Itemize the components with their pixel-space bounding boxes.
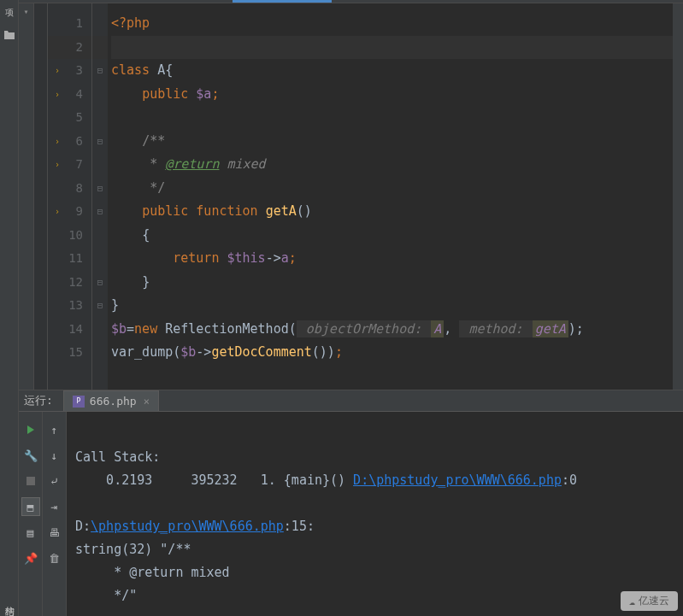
project-icon[interactable]: 项 (2, 5, 17, 21)
line-number: 7 (48, 153, 91, 177)
line-number: 11 (48, 247, 91, 271)
run-body: 🔧 ⬒ ▤ 📌 ↑ ↓ ⤶ ⇥ 🖶 🗑 Call Stack: 0.2193 3… (19, 412, 683, 616)
wrench-icon[interactable]: 🔧 (21, 446, 40, 465)
pin-icon[interactable]: 📌 (21, 549, 40, 567)
run-tab-name: 666.php (90, 395, 137, 408)
chevron-down-icon: ▾ (23, 7, 28, 16)
line-number: 8 (48, 177, 91, 201)
line-number: 5 (48, 106, 91, 130)
line-number: 6 (48, 130, 91, 154)
active-tab-indicator (233, 0, 332, 3)
run-panel: 运行: P 666.php × 🔧 ⬒ ▤ 📌 ↑ ↓ ⤶ ⇥ 🖶 (19, 390, 683, 616)
main-area: ▾ › › › › › 1 2 3 4 5 6 7 8 9 (19, 0, 683, 616)
svg-rect-0 (26, 477, 35, 485)
print-icon[interactable]: 🖶 (45, 523, 64, 542)
run-header: 运行: P 666.php × (19, 390, 683, 412)
line-number: 3 (48, 59, 91, 83)
stop-button[interactable] (21, 472, 40, 490)
down-arrow-icon[interactable]: ↓ (45, 446, 64, 465)
scroll-to-end-icon[interactable]: ⇥ (45, 497, 64, 516)
line-number-gutter: 1 2 3 4 5 6 7 8 9 10 11 12 13 14 15 (48, 3, 92, 390)
soft-wrap-icon[interactable]: ⤶ (45, 472, 64, 490)
project-collapse-button[interactable]: ▾ (19, 3, 34, 390)
watermark-text: 亿速云 (639, 594, 669, 608)
editor[interactable]: ▾ › › › › › 1 2 3 4 5 6 7 8 9 (19, 3, 683, 390)
watermark: ☁ 亿速云 (621, 591, 678, 611)
left-tool-sidebar: 项 结构 (0, 0, 19, 616)
close-icon[interactable]: × (144, 396, 150, 408)
line-number: 14 (48, 318, 91, 342)
file-link[interactable]: D:\phpstudy_pro\WWW\666.php (353, 472, 562, 488)
console-output[interactable]: Call Stack: 0.2193 395232 1. {main}() D:… (67, 412, 683, 616)
code-area[interactable]: <?php class A{ public $a; /** * @return … (108, 3, 673, 390)
run-tab[interactable]: P 666.php × (63, 390, 159, 411)
line-number: 10 (48, 224, 91, 248)
line-number: 12 (48, 271, 91, 295)
cloud-icon: ☁ (629, 595, 635, 607)
layout-icon[interactable]: ▤ (21, 523, 40, 542)
php-file-icon: P (73, 396, 85, 408)
run-button[interactable] (21, 420, 40, 439)
line-number: 4 (48, 83, 91, 107)
trash-icon[interactable]: 🗑 (45, 549, 64, 567)
run-toolbar-left: 🔧 ⬒ ▤ 📌 (19, 412, 43, 616)
line-number: 2 (48, 36, 91, 60)
line-number: 1 (48, 12, 91, 36)
fold-gutter[interactable]: ⊟ ⊟ ⊟ ⊟ ⊟ ⊟ (92, 3, 108, 390)
line-number: 13 (48, 294, 91, 318)
folder-icon[interactable] (2, 27, 17, 43)
run-label: 运行: (24, 393, 53, 408)
layout-button[interactable]: ⬒ (21, 497, 40, 516)
line-number: 15 (48, 341, 91, 365)
marker-column: › › › › › (34, 3, 48, 390)
run-toolbar-right: ↑ ↓ ⤶ ⇥ 🖶 🗑 (43, 412, 67, 616)
editor-scrollbar[interactable] (673, 3, 683, 390)
up-arrow-icon[interactable]: ↑ (45, 420, 64, 439)
file-link[interactable]: \phpstudy_pro\WWW\666.php (91, 519, 284, 534)
line-number: 9 (48, 200, 91, 224)
